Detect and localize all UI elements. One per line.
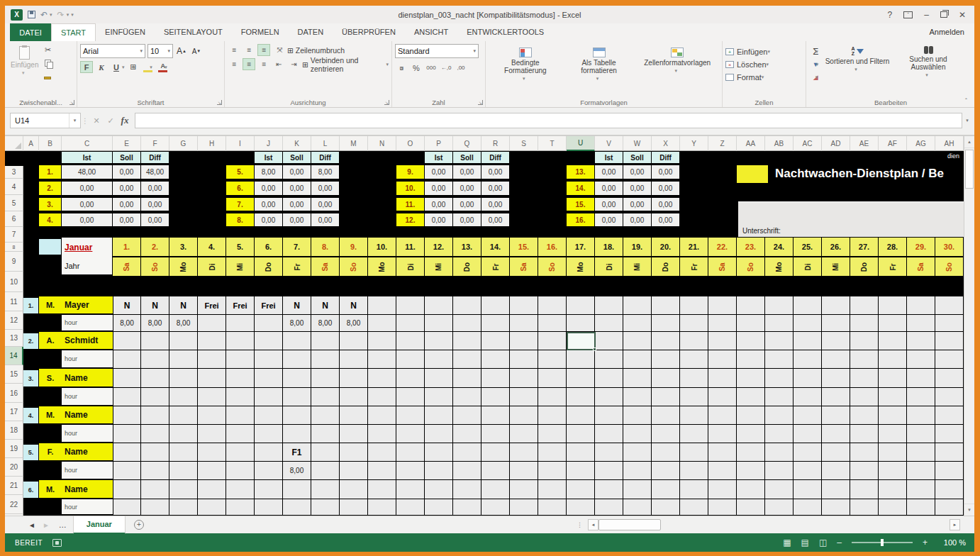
shift-cell[interactable]: [794, 406, 822, 425]
hour-cell[interactable]: [879, 462, 907, 480]
shift-cell[interactable]: N: [169, 296, 198, 315]
shift-cell[interactable]: [737, 332, 765, 350]
day-number-cell[interactable]: 16.: [538, 238, 566, 256]
shift-cell[interactable]: [794, 296, 822, 315]
shift-cell[interactable]: [595, 406, 623, 425]
stat-diff-cell[interactable]: 0,00: [652, 213, 679, 226]
hour-cell[interactable]: [340, 425, 368, 443]
hour-cell[interactable]: [538, 425, 567, 443]
restore-icon[interactable]: [940, 11, 947, 18]
stat-soll-cell[interactable]: 0,00: [453, 165, 481, 179]
stat-header-cell[interactable]: Ist: [595, 152, 623, 163]
shift-cell[interactable]: [453, 406, 481, 425]
shift-cell[interactable]: [567, 369, 595, 388]
hour-cell[interactable]: [255, 499, 283, 516]
shift-cell[interactable]: [907, 480, 935, 499]
stat-diff-cell[interactable]: 0,00: [481, 165, 509, 179]
hour-cell[interactable]: [822, 350, 850, 369]
stat-num-cell[interactable]: 9.: [396, 165, 424, 179]
shift-cell[interactable]: [198, 443, 226, 462]
hour-cell[interactable]: [765, 499, 794, 516]
hour-cell[interactable]: [652, 315, 680, 332]
weekday-cell[interactable]: Sa: [708, 257, 736, 276]
hour-cell[interactable]: [425, 315, 453, 332]
format-as-table-button[interactable]: Als Tabelle formatieren▾: [562, 45, 636, 96]
hour-cell[interactable]: [935, 499, 964, 516]
hour-cell[interactable]: [595, 499, 623, 516]
day-number-cell[interactable]: 28.: [879, 238, 906, 256]
hour-cell[interactable]: [169, 350, 198, 369]
stat-ist-cell[interactable]: 0,00: [595, 198, 623, 211]
hour-cell[interactable]: [538, 499, 567, 516]
hour-cell[interactable]: [652, 350, 680, 369]
shift-cell[interactable]: [141, 406, 169, 425]
column-header-A[interactable]: A: [23, 136, 39, 151]
hour-cell[interactable]: [226, 499, 255, 516]
day-number-cell[interactable]: 1.: [113, 238, 140, 256]
hour-cell[interactable]: [794, 350, 822, 369]
hour-cell[interactable]: [510, 315, 538, 332]
hour-cell[interactable]: [283, 499, 311, 516]
shift-cell[interactable]: N: [141, 296, 169, 315]
zoom-slider[interactable]: [852, 542, 913, 543]
vertical-scrollbar[interactable]: ▲ ▼: [964, 136, 974, 516]
hour-cell[interactable]: [595, 350, 623, 369]
hour-cell[interactable]: [567, 315, 595, 332]
stat-diff-cell[interactable]: 48,00: [141, 165, 169, 179]
hour-cell[interactable]: [907, 425, 935, 443]
shift-cell[interactable]: [141, 443, 169, 462]
stat-num-cell[interactable]: 7.: [226, 198, 254, 211]
shift-cell[interactable]: [907, 296, 935, 315]
stat-num-cell[interactable]: 2.: [39, 182, 61, 195]
hour-cell[interactable]: [368, 499, 396, 516]
hour-cell[interactable]: [453, 315, 481, 332]
shift-cell[interactable]: [907, 443, 935, 462]
hour-cell[interactable]: [708, 425, 737, 443]
shift-cell[interactable]: [595, 296, 623, 315]
zoom-out-icon[interactable]: –: [837, 538, 842, 547]
shift-cell[interactable]: [652, 296, 680, 315]
hour-cell[interactable]: [169, 462, 198, 480]
hour-cell[interactable]: [396, 462, 425, 480]
stat-header-cell[interactable]: Ist: [425, 152, 452, 163]
stat-soll-cell[interactable]: 0,00: [623, 198, 651, 211]
shift-cell[interactable]: [340, 332, 368, 350]
employee-initial-cell[interactable]: A.: [39, 332, 62, 350]
weekday-cell[interactable]: Fr: [680, 257, 708, 276]
shift-cell[interactable]: [396, 480, 425, 499]
hour-cell[interactable]: [680, 315, 708, 332]
stat-ist-cell[interactable]: 0,00: [62, 182, 112, 195]
hour-cell[interactable]: [396, 315, 425, 332]
shift-cell[interactable]: [935, 443, 964, 462]
weekday-cell[interactable]: So: [538, 257, 566, 276]
hour-label-cell[interactable]: hour: [62, 350, 113, 369]
ribbon-tab-einfügen[interactable]: EINFÜGEN: [96, 23, 155, 41]
align-right-button[interactable]: ≡: [257, 58, 270, 70]
stat-num-cell[interactable]: 8.: [226, 213, 254, 226]
hour-cell[interactable]: [141, 388, 169, 406]
font-dialog-launcher[interactable]: [217, 100, 222, 105]
stat-soll-cell[interactable]: 0,00: [283, 198, 311, 211]
save-icon[interactable]: [28, 11, 35, 18]
hour-cell[interactable]: [368, 388, 396, 406]
hour-cell[interactable]: [198, 499, 226, 516]
shift-cell[interactable]: [481, 332, 510, 350]
row-header-17[interactable]: 17: [5, 403, 23, 421]
column-header-V[interactable]: V: [595, 136, 623, 151]
alignment-dialog-launcher[interactable]: [384, 100, 389, 105]
shift-cell[interactable]: Frei: [226, 296, 255, 315]
align-top-button[interactable]: ≡: [228, 44, 240, 56]
ribbon-tab-überprüfen[interactable]: ÜBERPRÜFEN: [333, 23, 405, 41]
stat-num-cell[interactable]: 5.: [226, 165, 254, 179]
day-number-cell[interactable]: 8.: [311, 238, 339, 256]
shift-cell[interactable]: [340, 369, 368, 388]
hour-cell[interactable]: [907, 462, 935, 480]
column-header-T[interactable]: T: [538, 136, 567, 151]
hour-cell[interactable]: [340, 350, 368, 369]
row-header-20[interactable]: 20: [5, 458, 23, 477]
horizontal-scrollbar[interactable]: ⋮ ◄ ►: [577, 518, 960, 531]
stat-ist-cell[interactable]: 0,00: [255, 182, 282, 195]
shift-cell[interactable]: [255, 406, 283, 425]
hour-cell[interactable]: [708, 462, 737, 480]
stat-num-cell[interactable]: 10.: [396, 182, 424, 195]
